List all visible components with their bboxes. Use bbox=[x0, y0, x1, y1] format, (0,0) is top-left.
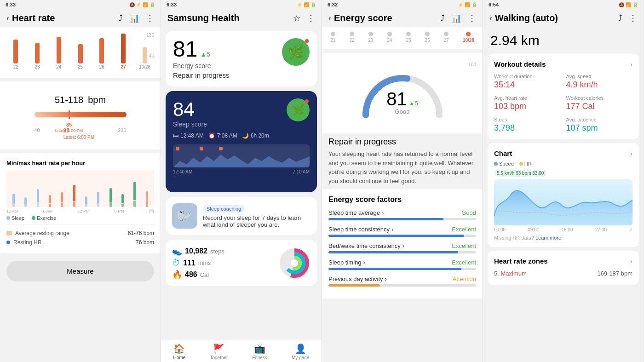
day-dot-21 bbox=[331, 32, 335, 36]
learn-more-link[interactable]: Learn more bbox=[535, 235, 561, 241]
workout-details-title: Workout details › bbox=[494, 60, 632, 68]
status-bar-2: 6:33 ⚡ 📶 🔋 bbox=[161, 0, 322, 9]
cal-unit: Cal bbox=[200, 271, 209, 278]
factor-name-prev-day: Previous day activity bbox=[328, 276, 383, 282]
gauge-value: 81 ▲5 Good bbox=[386, 90, 418, 115]
star-icon-2[interactable]: ☆ bbox=[293, 13, 300, 23]
back-icon-3[interactable]: ‹ bbox=[328, 13, 331, 23]
home-icon: 🏠 bbox=[173, 343, 185, 354]
factor-val-sleep-avg: Good bbox=[461, 209, 476, 216]
day-dot-27 bbox=[444, 32, 448, 36]
energy-gauge-section: 100 81 ▲5 Good bbox=[322, 53, 483, 133]
heart-rate-value: 103 bpm bbox=[494, 102, 561, 111]
header-4: ‹ Walking (auto) ⤴ ⋮ bbox=[483, 9, 644, 27]
nav-together[interactable]: 🚩 Together bbox=[210, 343, 228, 360]
mins-value: 111 bbox=[183, 259, 196, 267]
status-time-3: 6:32 bbox=[328, 2, 338, 7]
repair-section: Repair in progress Your sleeping heart r… bbox=[322, 137, 483, 185]
gauge-thumb bbox=[69, 110, 70, 119]
day-dot-24 bbox=[387, 32, 392, 36]
mins-stat: ⏱ 111 mins bbox=[172, 258, 224, 268]
back-icon-1[interactable]: ‹ bbox=[6, 13, 9, 23]
more-icon-4[interactable]: ⋮ bbox=[629, 13, 637, 23]
bar-chart-icon-3[interactable]: 📊 bbox=[451, 13, 461, 23]
factors-title: Energy score factors bbox=[328, 195, 476, 204]
expand-icon[interactable]: ⤢ bbox=[629, 227, 632, 232]
workout-details-card: Workout details › Workout duration 35:14… bbox=[488, 54, 639, 139]
status-icons-2: ⚡ 📶 🔋 bbox=[297, 2, 316, 7]
steps-icon: 👟 bbox=[172, 246, 182, 256]
mini-bar-chart bbox=[6, 170, 154, 207]
back-icon-4[interactable]: ‹ bbox=[489, 13, 492, 23]
sleep-chart bbox=[173, 144, 310, 167]
energy-label: Energy score bbox=[173, 62, 230, 69]
hr-zone-maximum: 5. Maximum 169-187 bpm bbox=[494, 269, 632, 278]
share-icon-3[interactable]: ⤴ bbox=[441, 13, 445, 23]
chart-time-labels: 00:00 09:00 18:00 27:00 ⤢ bbox=[494, 227, 632, 232]
nav-my-page[interactable]: 👤 My page bbox=[292, 343, 309, 360]
hr-legend: Sleep Exercise bbox=[6, 215, 154, 221]
wake-time: 7:08 AM bbox=[217, 132, 237, 139]
energy-days-row: 21 22 23 24 25 bbox=[327, 32, 478, 43]
day-22[interactable]: 22 bbox=[349, 32, 354, 43]
share-icon-4[interactable]: ⤴ bbox=[618, 13, 622, 23]
factor-chevron-1: › bbox=[382, 209, 384, 216]
factor-sleep-consistency[interactable]: Sleep time consistency › Excellent bbox=[328, 226, 476, 237]
more-icon-3[interactable]: ⋮ bbox=[468, 13, 476, 23]
day-25[interactable]: 25 bbox=[406, 32, 411, 43]
nav-fitness[interactable]: 📺 Fitness bbox=[253, 343, 267, 360]
share-icon-1[interactable]: ⤴ bbox=[119, 13, 123, 23]
day-27[interactable]: 27 bbox=[444, 32, 449, 43]
heart-rate-content: 130 40 22 23 24 bbox=[0, 27, 161, 362]
hr-zones-title: Heart rate zones › bbox=[494, 257, 632, 265]
details-chevron[interactable]: › bbox=[630, 60, 632, 68]
speed-label: Avg. speed bbox=[566, 74, 633, 79]
factor-name-sleep-cons: Sleep time consistency bbox=[328, 226, 390, 233]
resting-hr-row: Resting HR 76 bpm bbox=[6, 238, 154, 247]
more-icon-2[interactable]: ⋮ bbox=[307, 13, 315, 23]
factor-prev-day[interactable]: Previous day activity › Attention bbox=[328, 276, 476, 287]
mini-bar-2 bbox=[20, 197, 31, 207]
factor-val-sleep-cons: Excellent bbox=[452, 226, 476, 233]
avg-resting-row: Average resting range 61-76 bpm bbox=[6, 229, 154, 238]
factors-section: Energy score factors Sleep time average … bbox=[322, 189, 483, 299]
notification-dot bbox=[305, 39, 309, 43]
hr-bar-chart: 22 23 24 25 bbox=[6, 33, 154, 69]
header-actions-2: ☆ ⋮ bbox=[293, 13, 315, 23]
moon-icon: 🌙 bbox=[242, 132, 249, 139]
sleep-coaching-card[interactable]: 🦭 Sleep coaching Record your sleep for 7… bbox=[166, 197, 317, 235]
coaching-text: Record your sleep for 7 days to learn wh… bbox=[203, 214, 310, 228]
bar-chart-icon-1[interactable]: 📊 bbox=[129, 13, 139, 23]
sleep-score-card[interactable]: 🌿 84 Sleep score 🛏 12:48 AM ⏰ 7:08 AM 🌙 … bbox=[166, 91, 317, 192]
day-24[interactable]: 24 bbox=[387, 32, 392, 43]
factor-sleep-avg[interactable]: Sleep time average › Good bbox=[328, 209, 476, 220]
hr-zones-chevron[interactable]: › bbox=[630, 257, 632, 265]
workout-calories: Workout calories 177 Cal bbox=[566, 95, 633, 111]
hr-bar-26: 26 bbox=[92, 38, 111, 69]
measure-button[interactable]: Measure bbox=[6, 261, 154, 282]
hr-zones-card: Heart rate zones › 5. Maximum 169-187 bp… bbox=[488, 251, 639, 285]
sleep-wave bbox=[173, 151, 310, 167]
speed-legend-dot bbox=[494, 162, 498, 166]
avg-resting-val: 61-76 bpm bbox=[128, 230, 154, 236]
nav-home[interactable]: 🏠 Home bbox=[173, 343, 186, 360]
factor-bar-fill-1 bbox=[328, 218, 443, 220]
hr-bar-fill-selected bbox=[121, 34, 126, 63]
energy-score-card[interactable]: 81 ▲5 Energy score Repair in progress 🌿 bbox=[166, 31, 317, 86]
day-23[interactable]: 23 bbox=[368, 32, 373, 43]
activity-card[interactable]: 👟 10,982 steps ⏱ 111 mins 🔥 486 Cal bbox=[166, 240, 317, 286]
status-bar-4: 6:54 🔕 📶 🔋 bbox=[483, 0, 644, 9]
hr-bar-27[interactable]: 27 bbox=[114, 34, 133, 69]
chart-chevron[interactable]: › bbox=[630, 149, 632, 157]
heart-rate-panel: 6:33 🔕 ⚡ 📶 🔋 ‹ Heart rate ⤴ 📊 ⋮ 130 40 2… bbox=[0, 0, 161, 362]
samsung-health-panel: 6:33 ⚡ 📶 🔋 Samsung Health ☆ ⋮ 81 ▲5 Ener… bbox=[161, 0, 322, 362]
avg-cadence: Avg. cadence 107 spm bbox=[566, 117, 633, 133]
factor-bedwake-consistency[interactable]: Bed/wake time consistency › Excellent bbox=[328, 242, 476, 253]
sleep-mascot: 🌿 bbox=[287, 98, 310, 121]
day-26[interactable]: 26 bbox=[425, 32, 430, 43]
factor-sleep-timing[interactable]: Sleep timing › Excellent bbox=[328, 259, 476, 270]
day-1028[interactable]: 10/28 bbox=[463, 32, 474, 43]
more-icon-1[interactable]: ⋮ bbox=[146, 13, 154, 23]
day-21[interactable]: 21 bbox=[330, 32, 335, 43]
hr-bar-fill bbox=[78, 44, 83, 63]
